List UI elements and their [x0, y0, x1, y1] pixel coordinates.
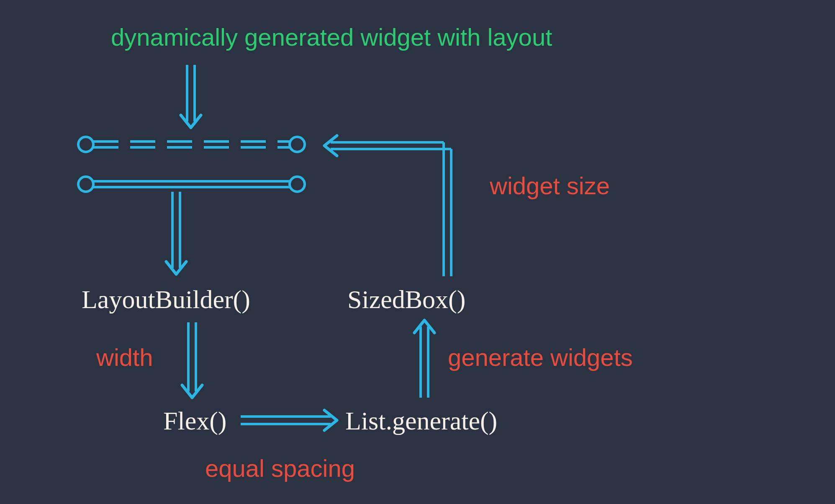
arrow-sizedbox-to-widget: [324, 136, 451, 276]
widget-solid-bar: [78, 177, 305, 192]
svg-point-6: [78, 177, 93, 192]
edge-label-generate-widgets: generate widgets: [448, 343, 633, 371]
edge-label-widget-size: widget size: [490, 172, 610, 200]
arrow-widget-to-layoutbuilder: [166, 192, 186, 274]
arrow-layoutbuilder-to-flex: [182, 322, 202, 398]
node-flex: Flex(): [163, 406, 227, 436]
node-sized-box: SizedBox(): [347, 285, 465, 314]
arrow-flex-to-listgenerate: [241, 410, 337, 430]
edge-label-equal-spacing: equal spacing: [205, 454, 355, 482]
node-list-generate: List.generate(): [345, 406, 497, 436]
node-layout-builder: LayoutBuilder(): [82, 285, 250, 314]
diagram-title: dynamically generated widget with layout: [111, 23, 552, 51]
svg-point-2: [78, 137, 93, 152]
widget-dashed-bar: [78, 137, 305, 152]
arrow-listgenerate-to-sizedbox: [414, 320, 434, 398]
svg-point-3: [290, 137, 305, 152]
edge-label-width: width: [96, 343, 153, 371]
svg-point-7: [290, 177, 305, 192]
arrow-title-to-widget: [181, 65, 201, 128]
